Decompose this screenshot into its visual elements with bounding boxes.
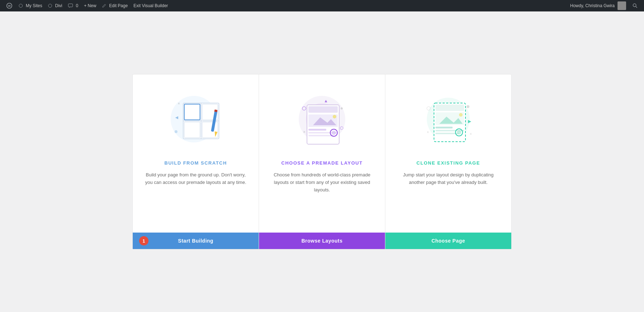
card-title-clone: CLONE EXISTING PAGE: [416, 160, 480, 166]
card-button-wrapper-premade: Browse Layouts: [259, 225, 385, 249]
svg-text:×: ×: [178, 102, 180, 106]
svg-rect-38: [308, 135, 333, 136]
card-body-clone: CLONE EXISTING PAGE Jump start your layo…: [385, 153, 511, 225]
svg-rect-19: [184, 122, 200, 138]
howdy-label: Howdy, Christina Gwira: [570, 3, 615, 8]
card-title-build: BUILD FROM SCRATCH: [165, 160, 227, 166]
comments-count: 0: [76, 3, 78, 8]
svg-text:×: ×: [303, 130, 306, 135]
my-sites-menu[interactable]: My Sites: [16, 0, 45, 11]
card-body-premade: CHOOSE A PREMADE LAYOUT Choose from hund…: [259, 153, 385, 225]
main-content: ◄ ◆ ×: [0, 11, 644, 312]
howdy-user[interactable]: Howdy, Christina Gwira: [567, 0, 629, 11]
svg-point-35: [333, 115, 336, 118]
card-button-wrapper-clone: Choose Page: [385, 225, 511, 249]
card-illustration-premade: ▲ ×: [259, 74, 385, 153]
badge-1: 1: [139, 236, 148, 245]
card-body-build: BUILD FROM SCRATCH Build your page from …: [133, 153, 259, 225]
svg-text:▶: ▶: [468, 119, 472, 124]
svg-rect-36: [308, 129, 326, 131]
card-title-premade: CHOOSE A PREMADE LAYOUT: [281, 160, 362, 166]
svg-text:×: ×: [427, 130, 429, 134]
svg-point-2: [19, 4, 23, 8]
svg-point-51: [459, 113, 463, 117]
card-description-clone: Jump start your layout design by duplica…: [396, 171, 501, 186]
svg-point-5: [633, 4, 636, 6]
wp-logo[interactable]: W: [3, 0, 16, 11]
card-description-build: Build your page from the ground up. Don'…: [143, 171, 248, 186]
start-building-label: Start Building: [178, 238, 214, 244]
choose-page-button[interactable]: Choose Page: [385, 233, 511, 249]
divi-menu[interactable]: Divi: [45, 0, 65, 11]
my-sites-label: My Sites: [26, 3, 42, 8]
svg-rect-32: [308, 106, 338, 113]
cards-container: ◄ ◆ ×: [125, 74, 519, 249]
comments-menu[interactable]: 0: [65, 0, 81, 11]
svg-line-6: [636, 6, 637, 8]
admin-bar: W My Sites Divi 0 + New Edit Page Exit V…: [0, 0, 644, 11]
svg-rect-48: [435, 104, 464, 111]
svg-point-40: [332, 131, 336, 135]
card-description-premade: Choose from hundreds of world-class prem…: [270, 171, 374, 194]
svg-point-3: [48, 4, 52, 8]
card-clone-existing: ▶ × ×: [385, 74, 512, 249]
svg-text:×: ×: [470, 132, 472, 136]
card-choose-premade: ▲ ×: [259, 74, 385, 249]
search-button[interactable]: [629, 0, 641, 11]
choose-page-label: Choose Page: [431, 238, 465, 244]
svg-rect-52: [435, 127, 453, 128]
card-build-from-scratch: ◄ ◆ ×: [132, 74, 259, 249]
new-label: + New: [84, 3, 96, 8]
browse-layouts-button[interactable]: Browse Layouts: [259, 233, 385, 249]
svg-point-43: [467, 105, 469, 108]
svg-rect-17: [184, 104, 200, 120]
new-menu[interactable]: + New: [81, 0, 99, 11]
svg-text:◄: ◄: [174, 114, 179, 120]
svg-text:▲: ▲: [324, 98, 328, 103]
card-illustration-clone: ▶ × ×: [385, 74, 511, 153]
start-building-button[interactable]: 1 Start Building: [133, 233, 259, 249]
exit-visual-builder-label: Exit Visual Builder: [133, 3, 168, 8]
card-illustration-build: ◄ ◆ ×: [133, 74, 259, 153]
svg-point-9: [175, 130, 177, 133]
svg-point-30: [341, 107, 343, 109]
card-button-wrapper-build: 1 Start Building: [133, 225, 259, 249]
user-avatar: [618, 1, 626, 10]
browse-layouts-label: Browse Layouts: [301, 238, 342, 244]
admin-bar-right: Howdy, Christina Gwira: [567, 0, 641, 11]
svg-text:W: W: [8, 4, 11, 8]
divi-label: Divi: [55, 3, 62, 8]
exit-visual-builder-link[interactable]: Exit Visual Builder: [131, 0, 171, 11]
svg-point-56: [457, 130, 461, 135]
edit-page-label: Edit Page: [109, 3, 128, 8]
svg-rect-4: [68, 4, 73, 7]
edit-page-link[interactable]: Edit Page: [99, 0, 131, 11]
